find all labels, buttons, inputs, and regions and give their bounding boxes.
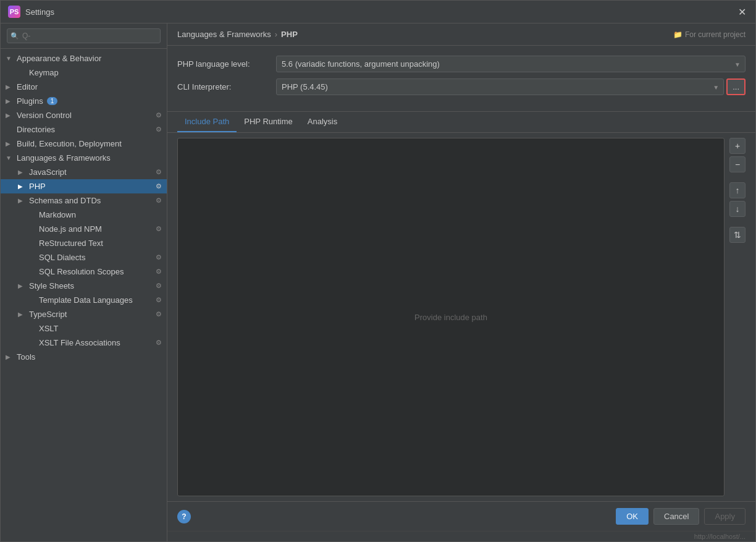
cli-interpreter-select[interactable]: PHP (5.4.45) <box>276 78 724 95</box>
right-panel: Languages & Frameworks › PHP 📁 For curre… <box>167 23 755 541</box>
breadcrumb-parent: Languages & Frameworks <box>177 30 271 39</box>
search-input[interactable] <box>7 28 161 43</box>
toolbar-separator-2 <box>729 219 746 224</box>
titlebar: PS Settings ✕ <box>1 1 755 23</box>
include-path-placeholder: Provide include path <box>414 313 487 322</box>
interpreter-browse-button[interactable]: ... <box>726 78 746 95</box>
close-button[interactable]: ✕ <box>736 6 748 18</box>
ok-button[interactable]: OK <box>616 508 649 525</box>
cli-interpreter-row: CLI Interpreter: PHP (5.4.45) ▼ ... <box>177 78 746 95</box>
sidebar-item-appearance[interactable]: ▼ Appearance & Behavior <box>1 51 167 66</box>
sidebar-item-label: Keymap <box>29 68 59 77</box>
sidebar-item-label: JavaScript <box>29 167 67 177</box>
footer-left: ? <box>177 510 191 523</box>
chevron-right-icon: ▶ <box>18 197 27 204</box>
status-text: http://localhost/... <box>694 533 746 540</box>
language-level-label: PHP language level: <box>177 59 276 69</box>
settings-icon: ⚙ <box>156 296 162 304</box>
sidebar-item-label: PHP <box>29 182 46 191</box>
chevron-right-icon: ▶ <box>6 112 14 119</box>
main-content: 🔍 ▼ Appearance & Behavior Keymap ▶ Edito <box>1 23 755 541</box>
sidebar-item-tools[interactable]: ▶ Tools <box>1 350 167 364</box>
chevron-right-icon: ▶ <box>6 98 14 104</box>
apply-button[interactable]: Apply <box>704 508 746 525</box>
sidebar-item-xslt[interactable]: XSLT <box>1 321 167 336</box>
settings-area: PHP language level: 5.6 (variadic functi… <box>167 46 755 112</box>
settings-dialog: PS Settings ✕ 🔍 ▼ Appearance & Behavior <box>0 0 756 542</box>
sidebar-item-label: SQL Dialects <box>39 253 85 262</box>
sidebar-item-label: Node.js and NPM <box>39 224 102 234</box>
chevron-down-icon: ▼ <box>6 155 14 161</box>
sidebar-item-editor[interactable]: ▶ Editor <box>1 80 167 94</box>
settings-icon: ⚙ <box>156 282 162 290</box>
settings-icon: ⚙ <box>156 310 162 318</box>
sidebar-item-label: SQL Resolution Scopes <box>39 267 124 276</box>
search-icon: 🔍 <box>10 32 19 40</box>
include-path-list: Provide include path <box>177 138 724 496</box>
language-level-select[interactable]: 5.6 (variadic functions, argument unpack… <box>276 56 746 72</box>
tabs-area: Include Path PHP Runtime Analysis <box>167 112 755 133</box>
toolbar-separator <box>729 175 746 180</box>
sidebar-item-build[interactable]: ▶ Build, Execution, Deployment <box>1 137 167 151</box>
sidebar-item-restructured[interactable]: ReStructured Text <box>1 236 167 250</box>
sidebar-item-label: Languages & Frameworks <box>17 153 111 163</box>
tab-analysis[interactable]: Analysis <box>300 112 345 132</box>
language-level-select-wrapper: 5.6 (variadic functions, argument unpack… <box>276 56 746 72</box>
sidebar-item-nodejs[interactable]: Node.js and NPM ⚙ <box>1 222 167 236</box>
project-scope[interactable]: 📁 For current project <box>673 30 746 39</box>
sidebar-item-php[interactable]: ▶ PHP ⚙ <box>1 179 167 193</box>
breadcrumb-separator: › <box>275 30 277 39</box>
remove-path-button[interactable]: − <box>729 156 746 172</box>
sidebar-item-label: Plugins <box>17 96 43 106</box>
chevron-right-icon: ▶ <box>18 311 27 318</box>
sidebar-item-label: Tools <box>17 352 35 362</box>
search-box: 🔍 <box>1 23 167 49</box>
sidebar-item-directories[interactable]: Directories ⚙ <box>1 122 167 137</box>
app-icon: PS <box>8 6 20 18</box>
chevron-right-icon: ▶ <box>6 140 14 147</box>
tab-php-runtime[interactable]: PHP Runtime <box>237 112 300 132</box>
sidebar-item-markdown[interactable]: Markdown <box>1 208 167 222</box>
settings-icon: ⚙ <box>156 197 162 205</box>
sidebar-item-xslt-assoc[interactable]: XSLT File Associations ⚙ <box>1 336 167 350</box>
sidebar-item-sql-resolution[interactable]: SQL Resolution Scopes ⚙ <box>1 265 167 279</box>
chevron-right-icon: ▶ <box>6 83 14 90</box>
breadcrumb: Languages & Frameworks › PHP 📁 For curre… <box>167 23 755 46</box>
settings-icon: ⚙ <box>156 339 162 347</box>
sort-button[interactable]: ⇅ <box>729 227 746 243</box>
settings-icon: ⚙ <box>156 182 162 190</box>
settings-icon: ⚙ <box>156 253 162 261</box>
status-bar: http://localhost/... <box>167 531 755 541</box>
sidebar-item-typescript[interactable]: ▶ TypeScript ⚙ <box>1 307 167 321</box>
breadcrumb-current: PHP <box>281 30 298 39</box>
cli-interpreter-label: CLI Interpreter: <box>177 82 276 91</box>
sidebar-item-label: Markdown <box>39 210 76 219</box>
sidebar-item-label: XSLT File Associations <box>39 338 120 347</box>
sidebar-item-stylesheets[interactable]: ▶ Style Sheets ⚙ <box>1 279 167 293</box>
move-down-button[interactable]: ↓ <box>729 201 746 217</box>
cancel-button[interactable]: Cancel <box>653 508 699 525</box>
content-area: Provide include path + − ↑ ↓ ⇅ <box>167 133 755 501</box>
sidebar-item-plugins[interactable]: ▶ Plugins 1 <box>1 94 167 108</box>
sidebar-item-version-control[interactable]: ▶ Version Control ⚙ <box>1 108 167 122</box>
window-title: Settings <box>25 7 54 17</box>
sidebar-item-label: TypeScript <box>29 310 67 319</box>
settings-icon: ⚙ <box>156 125 162 133</box>
move-up-button[interactable]: ↑ <box>729 182 746 198</box>
sidebar-item-javascript[interactable]: ▶ JavaScript ⚙ <box>1 165 167 179</box>
settings-icon: ⚙ <box>156 268 162 276</box>
add-path-button[interactable]: + <box>729 138 746 154</box>
sidebar-item-template[interactable]: Template Data Languages ⚙ <box>1 293 167 307</box>
search-wrapper: 🔍 <box>7 28 161 43</box>
sidebar-item-schemas[interactable]: ▶ Schemas and DTDs ⚙ <box>1 193 167 208</box>
tab-include-path[interactable]: Include Path <box>177 112 237 132</box>
sidebar-item-languages[interactable]: ▼ Languages & Frameworks <box>1 151 167 165</box>
project-scope-label: For current project <box>685 30 746 39</box>
chevron-right-icon: ▶ <box>18 183 27 190</box>
settings-icon: ⚙ <box>156 168 162 176</box>
sidebar-item-label: Build, Execution, Deployment <box>17 139 122 148</box>
sidebar-item-keymap[interactable]: Keymap <box>1 66 167 80</box>
settings-icon: ⚙ <box>156 111 162 119</box>
help-button[interactable]: ? <box>177 510 191 523</box>
sidebar-item-sql-dialects[interactable]: SQL Dialects ⚙ <box>1 250 167 265</box>
